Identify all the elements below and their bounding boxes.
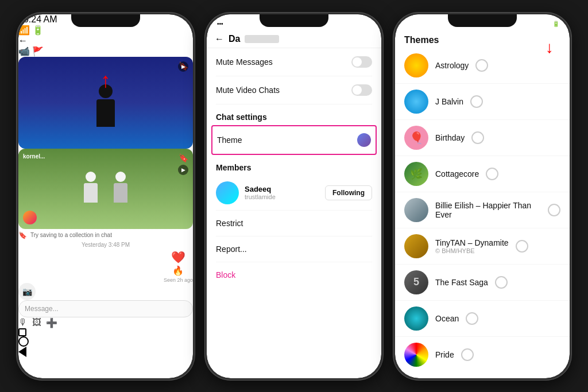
theme-icon-ocean [404, 306, 428, 331]
theme-name-astrology: Astrology [435, 61, 469, 70]
mute-video-toggle[interactable] [351, 84, 372, 96]
square-button[interactable] [18, 328, 26, 336]
themes-title: Themes [395, 30, 570, 48]
theme-item-ocean[interactable]: Ocean [395, 301, 570, 337]
back-triangle[interactable] [18, 347, 26, 357]
theme-icon-astrology [404, 53, 428, 77]
theme-item-cottagecore[interactable]: 🌿Cottagecore [395, 156, 570, 192]
theme-icon-fastsaga: 5 [404, 270, 428, 294]
bookmark-icon-2[interactable]: 🔖 [179, 153, 188, 162]
theme-radio-birthday[interactable] [471, 131, 484, 144]
settings-title: Da [229, 34, 240, 44]
gallery-icon[interactable]: 🖼 [32, 317, 41, 328]
story-card-1[interactable]: ↑ 🔖 ▶ [18, 57, 193, 149]
theme-radio-cottagecore[interactable] [486, 168, 498, 180]
timestamp: Yesterday 3:48 PM [18, 242, 193, 248]
theme-radio-pride[interactable] [461, 348, 474, 361]
notch-3 [448, 14, 517, 27]
heart-emoji: ❤️ [171, 250, 185, 264]
add-icon[interactable]: ➕ [46, 317, 57, 328]
battery-icon: 🔋 [32, 25, 44, 35]
member-info: Sadeeq trustlamide [245, 185, 319, 200]
back-button-2[interactable]: ← [215, 34, 224, 44]
mute-video-label: Mute Video Chats [216, 86, 280, 95]
red-arrow-down: ↓ [546, 38, 554, 57]
theme-item-astrology[interactable]: Astrology [395, 48, 570, 84]
phone-1: 10:24 AM 📶 🔋 ← 📹 🚩 ↑ [17, 13, 195, 380]
theme-item-tinytan[interactable]: TinyTAN – Dynamite© BHM/HYBE [395, 228, 570, 265]
info-icon[interactable]: 🚩 [32, 46, 44, 56]
member-row: Sadeeq trustlamide Following [216, 176, 372, 211]
message-input-bar: 📷 Message... 🎙 🖼 ➕ [18, 283, 193, 328]
microphone-icon[interactable]: 🎙 [18, 317, 28, 328]
theme-item-birthday[interactable]: 🎈Birthday [395, 120, 570, 156]
save-hint: 🔖 Try saving to a collection in chat [18, 231, 193, 239]
theme-icon-jbalvin [404, 90, 428, 114]
theme-name-ocean: Ocean [435, 314, 459, 323]
theme-name-fastsaga: The Fast Saga [435, 278, 488, 287]
theme-radio-fastsaga[interactable] [495, 276, 508, 289]
report-row[interactable]: Report... [216, 236, 372, 262]
chat-area: ↑ 🔖 ▶ [18, 57, 193, 283]
home-button[interactable] [18, 336, 29, 347]
message-reactions: ❤️ 🔥 Seen 2h ago [18, 250, 193, 283]
mute-video-row: Mute Video Chats [216, 76, 372, 104]
theme-item-fastsaga[interactable]: 5The Fast Saga [395, 265, 570, 301]
video-icon[interactable]: 📹 [18, 46, 30, 56]
time: 10:24 AM [18, 14, 57, 24]
following-button[interactable]: Following [325, 185, 372, 200]
theme-icon-pride [404, 343, 428, 367]
theme-name-billie: Billie Eilish – Happier Than Ever [435, 201, 541, 219]
mute-messages-label: Mute Messages [216, 57, 273, 67]
seen-status: Seen 2h ago [164, 277, 193, 283]
theme-label: Theme [217, 135, 242, 145]
emoji-reactions: ❤️ 🔥 Seen 2h ago [164, 250, 193, 283]
phone-3: 🔋 ↓ Themes AstrologyJ Balvin🎈Birthday🌿Co… [393, 13, 571, 380]
theme-radio-billie[interactable] [548, 204, 560, 216]
settings-header: ← Da [207, 30, 381, 48]
member-avatar [216, 181, 239, 204]
phone-2: ••• ← Da Mute Messages Mute Video Chats … [205, 13, 383, 380]
settings-list: Mute Messages Mute Video Chats Chat sett… [207, 48, 381, 288]
play-button-1[interactable]: ▶ [178, 61, 188, 72]
notch-2 [260, 14, 328, 27]
theme-item-jbalvin[interactable]: J Balvin [395, 84, 570, 120]
battery-3: 🔋 [552, 21, 559, 27]
theme-name-tinytan: TinyTAN – Dynamite© BHM/HYBE [435, 238, 509, 254]
member-handle: trustlamide [245, 193, 319, 200]
user-avatar-story [23, 211, 37, 224]
mute-messages-row: Mute Messages [216, 48, 372, 76]
kornel-label: kornel... [23, 153, 45, 160]
theme-icon-cottagecore: 🌿 [404, 162, 428, 186]
theme-name-cottagecore: Cottagecore [435, 169, 479, 178]
mute-messages-toggle[interactable] [351, 56, 372, 68]
theme-name-pride: Pride [435, 350, 454, 359]
theme-row[interactable]: Theme ← [211, 125, 377, 155]
themes-list: AstrologyJ Balvin🎈Birthday🌿CottagecoreBi… [395, 48, 570, 368]
theme-icon-billie [404, 198, 428, 222]
screen-2: ••• ← Da Mute Messages Mute Video Chats … [207, 14, 381, 378]
header-actions: 📹 🚩 [18, 46, 193, 57]
chat-settings-section: Chat settings [216, 104, 372, 125]
title-blur [245, 35, 279, 43]
theme-item-pride[interactable]: Pride [395, 337, 570, 368]
message-input[interactable]: Message... [18, 300, 193, 317]
story-card-2[interactable]: kornel... 🔖 ▶ [18, 149, 193, 229]
theme-name-jbalvin: J Balvin [435, 97, 463, 106]
notch-1 [71, 14, 140, 27]
block-row[interactable]: Block [216, 262, 372, 288]
theme-preview [357, 133, 371, 147]
play-button-2[interactable]: ▶ [178, 165, 188, 175]
theme-radio-jbalvin[interactable] [470, 95, 483, 108]
input-action-icons: 🎙 🖼 ➕ [18, 317, 193, 328]
bookmark-hint-icon: 🔖 [18, 231, 27, 239]
theme-radio-ocean[interactable] [466, 312, 478, 325]
theme-item-billie[interactable]: Billie Eilish – Happier Than Ever [395, 192, 570, 228]
theme-radio-tinytan[interactable] [516, 240, 528, 253]
theme-icon-birthday: 🎈 [404, 126, 428, 150]
theme-radio-astrology[interactable] [475, 59, 488, 72]
home-bar-1 [18, 328, 193, 357]
back-button[interactable]: ← [18, 36, 28, 45]
camera-button[interactable]: 📷 [18, 283, 36, 300]
restrict-row[interactable]: Restrict [216, 211, 372, 236]
